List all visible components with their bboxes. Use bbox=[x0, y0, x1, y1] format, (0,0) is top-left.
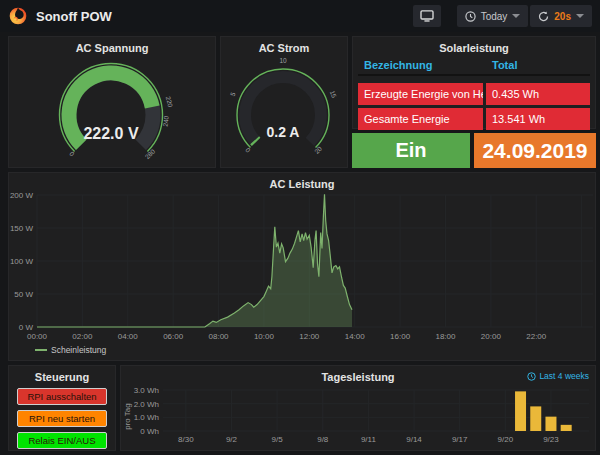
panel-tagesleistung: Tagesleistung Last 4 weeks pro Tag 0 Wh1… bbox=[120, 365, 596, 451]
rpi-ausschalten-button[interactable]: RPI ausschalten bbox=[17, 388, 107, 405]
legend-swatch bbox=[35, 349, 47, 351]
table-cell-value: 0.435 Wh bbox=[486, 83, 590, 105]
svg-text:0.2 A: 0.2 A bbox=[267, 124, 300, 140]
voltage-gauge: 0220240280222.0 V bbox=[9, 57, 217, 169]
panel-ac-leistung: AC Leistung 0 W50 W100 W150 W200 W00:000… bbox=[8, 172, 596, 361]
svg-text:240: 240 bbox=[162, 115, 170, 127]
tv-kiosk-button[interactable] bbox=[413, 5, 441, 27]
svg-text:0 W: 0 W bbox=[19, 323, 34, 332]
panel-title[interactable]: AC Spannung bbox=[9, 37, 215, 54]
solar-table-header: Bezeichnung Total bbox=[358, 59, 590, 76]
svg-text:9/2: 9/2 bbox=[226, 435, 238, 444]
svg-text:10:00: 10:00 bbox=[254, 332, 275, 341]
panel-ac-spannung: AC Spannung 0220240280222.0 V bbox=[8, 36, 216, 168]
relais-status-stat: Ein bbox=[352, 133, 470, 168]
rpi-neu-starten-button[interactable]: RPI neu starten bbox=[17, 410, 107, 427]
svg-text:0: 0 bbox=[244, 146, 252, 154]
grafana-logo-icon[interactable] bbox=[8, 6, 28, 26]
column-header-total[interactable]: Total bbox=[486, 59, 590, 71]
svg-text:9/5: 9/5 bbox=[272, 435, 284, 444]
svg-text:150 W: 150 W bbox=[10, 224, 34, 233]
svg-text:5: 5 bbox=[229, 91, 237, 97]
svg-text:06:00: 06:00 bbox=[163, 332, 184, 341]
legend-item-scheinleistung[interactable]: Scheinleistung bbox=[35, 345, 106, 355]
column-header-bezeichnung[interactable]: Bezeichnung bbox=[358, 59, 483, 71]
svg-text:16:00: 16:00 bbox=[390, 332, 411, 341]
svg-text:222.0 V: 222.0 V bbox=[83, 125, 138, 142]
legend-label: Scheinleistung bbox=[51, 345, 106, 355]
panel-steuerung: Steuerung RPI ausschaltenRPI neu starten… bbox=[8, 365, 116, 451]
tagesleistung-chart[interactable]: 0 Wh1.0 Wh2.0 Wh3.0 Wh8/309/29/59/89/119… bbox=[121, 380, 595, 450]
time-range-picker[interactable]: Today bbox=[457, 5, 529, 27]
svg-text:9/11: 9/11 bbox=[361, 435, 377, 444]
control-buttons: RPI ausschaltenRPI neu startenRelais EIN… bbox=[17, 388, 107, 454]
svg-text:15: 15 bbox=[329, 89, 338, 99]
solar-table-body: Erzeugte Energie von Heute0.435 WhGesamt… bbox=[358, 83, 590, 130]
svg-text:8/30: 8/30 bbox=[178, 435, 194, 444]
date-stat: 24.09.2019 bbox=[474, 133, 596, 168]
svg-text:9/23: 9/23 bbox=[543, 435, 559, 444]
svg-text:0: 0 bbox=[68, 150, 76, 158]
svg-text:1.0 Wh: 1.0 Wh bbox=[134, 413, 159, 422]
chevron-down-icon bbox=[576, 14, 584, 18]
svg-text:20: 20 bbox=[313, 145, 323, 155]
refresh-interval-picker[interactable]: 20s bbox=[530, 5, 592, 27]
clock-icon bbox=[465, 11, 476, 22]
svg-text:9/14: 9/14 bbox=[406, 435, 422, 444]
svg-text:04:00: 04:00 bbox=[118, 332, 139, 341]
svg-text:9/8: 9/8 bbox=[317, 435, 329, 444]
panel-title[interactable]: Solarleistung bbox=[353, 37, 595, 54]
svg-text:200 W: 200 W bbox=[10, 191, 34, 200]
svg-text:10: 10 bbox=[279, 57, 287, 64]
panel-title[interactable]: Steuerung bbox=[9, 366, 115, 383]
svg-text:100 W: 100 W bbox=[10, 257, 34, 266]
relais-ein-aus-button[interactable]: Relais EIN/AUS bbox=[17, 432, 107, 449]
time-range-label: Today bbox=[481, 11, 508, 22]
current-gauge: 051015200.2 A bbox=[221, 57, 349, 169]
svg-text:50 W: 50 W bbox=[14, 290, 33, 299]
svg-text:220: 220 bbox=[165, 96, 174, 109]
date-value: 24.09.2019 bbox=[482, 139, 587, 163]
svg-text:9/20: 9/20 bbox=[498, 435, 514, 444]
svg-text:00:00: 00:00 bbox=[27, 332, 48, 341]
svg-text:2.0 Wh: 2.0 Wh bbox=[134, 400, 159, 409]
table-cell-label: Erzeugte Energie von Heute bbox=[358, 83, 483, 105]
svg-text:9/17: 9/17 bbox=[452, 435, 468, 444]
relais-status-value: Ein bbox=[395, 139, 426, 162]
panel-ac-strom: AC Strom 051015200.2 A bbox=[220, 36, 348, 168]
svg-text:14:00: 14:00 bbox=[345, 332, 366, 341]
panel-title[interactable]: AC Strom bbox=[221, 37, 347, 54]
panel-solarleistung: Solarleistung Bezeichnung Total Erzeugte… bbox=[352, 36, 596, 129]
monitor-icon bbox=[420, 10, 434, 22]
svg-text:08:00: 08:00 bbox=[209, 332, 230, 341]
refresh-interval-label: 20s bbox=[554, 11, 571, 22]
svg-text:22:00: 22:00 bbox=[526, 332, 547, 341]
svg-text:18:00: 18:00 bbox=[435, 332, 456, 341]
chevron-down-icon bbox=[512, 14, 520, 18]
svg-text:20:00: 20:00 bbox=[481, 332, 502, 341]
svg-text:3.0 Wh: 3.0 Wh bbox=[134, 386, 159, 395]
panel-title[interactable]: AC Leistung bbox=[9, 173, 595, 190]
table-cell-value: 13.541 Wh bbox=[486, 108, 590, 130]
svg-text:0 Wh: 0 Wh bbox=[140, 427, 159, 436]
refresh-icon bbox=[538, 11, 549, 22]
svg-text:02:00: 02:00 bbox=[72, 332, 93, 341]
ac-leistung-chart[interactable]: 0 W50 W100 W150 W200 W00:0002:0004:0006:… bbox=[9, 189, 595, 359]
svg-text:12:00: 12:00 bbox=[299, 332, 320, 341]
dashboard-title[interactable]: Sonoff POW bbox=[36, 9, 112, 24]
top-navbar: Sonoff POW Today 20 bbox=[0, 0, 600, 32]
table-cell-label: Gesamte Energie bbox=[358, 108, 483, 130]
